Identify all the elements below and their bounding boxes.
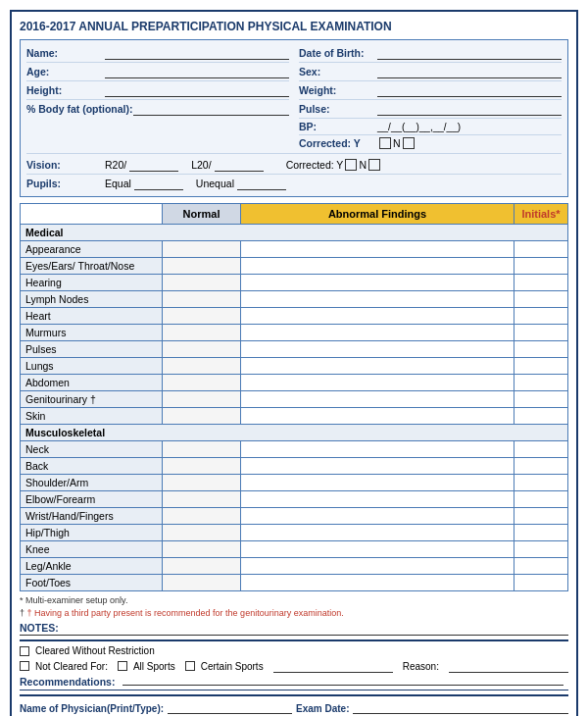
- row-initials[interactable]: [514, 308, 568, 325]
- row-abnormal[interactable]: [241, 241, 514, 258]
- row-normal[interactable]: [163, 525, 241, 541]
- bp-row: BP: __/__(__)__,__/__): [299, 119, 562, 135]
- all-sports-checkbox[interactable]: [118, 661, 127, 671]
- table-row: Leg/Ankle: [21, 558, 568, 575]
- certain-sports-checkbox[interactable]: [185, 661, 195, 671]
- row-normal[interactable]: [163, 508, 241, 525]
- row-abnormal[interactable]: [241, 441, 514, 458]
- notes-content[interactable]: [64, 621, 568, 635]
- footnote-dagger-text: † Having a third party present is recomm…: [27, 608, 344, 618]
- row-initials[interactable]: [514, 391, 568, 408]
- row-abnormal[interactable]: [241, 291, 514, 308]
- row-abnormal[interactable]: [241, 541, 514, 558]
- table-row: Elbow/Forearm: [21, 491, 568, 508]
- bodyfat-input[interactable]: [133, 102, 290, 116]
- page-title: 2016-2017 ANNUAL PREPARTICIPATION PHYSIC…: [20, 20, 568, 33]
- certain-sports-label: Certain Sports: [201, 661, 264, 672]
- row-abnormal[interactable]: [241, 275, 514, 291]
- row-initials[interactable]: [514, 341, 568, 358]
- row-normal[interactable]: [163, 258, 241, 275]
- certain-sports-line[interactable]: [273, 659, 393, 673]
- row-abnormal[interactable]: [241, 558, 514, 575]
- not-cleared-label: Not Cleared For:: [35, 661, 108, 672]
- sex-row: Sex:: [299, 63, 562, 81]
- row-initials[interactable]: [514, 325, 568, 341]
- row-abnormal[interactable]: [241, 525, 514, 541]
- row-initials[interactable]: [514, 375, 568, 391]
- row-initials[interactable]: [514, 291, 568, 308]
- row-abnormal[interactable]: [241, 491, 514, 508]
- reason-line[interactable]: [449, 659, 568, 673]
- row-initials[interactable]: [514, 358, 568, 375]
- row-abnormal[interactable]: [241, 358, 514, 375]
- row-abnormal[interactable]: [241, 475, 514, 491]
- row-initials[interactable]: [514, 558, 568, 575]
- age-input[interactable]: [105, 65, 289, 78]
- row-initials[interactable]: [514, 541, 568, 558]
- row-normal[interactable]: [163, 275, 241, 291]
- row-abnormal[interactable]: [241, 408, 514, 425]
- row-initials[interactable]: [514, 258, 568, 275]
- row-normal[interactable]: [163, 291, 241, 308]
- row-normal[interactable]: [163, 358, 241, 375]
- row-initials[interactable]: [514, 275, 568, 291]
- row-normal[interactable]: [163, 541, 241, 558]
- row-normal[interactable]: [163, 475, 241, 491]
- row-abnormal[interactable]: [241, 391, 514, 408]
- row-normal[interactable]: [163, 408, 241, 425]
- physician-name-line[interactable]: [168, 700, 292, 714]
- row-normal[interactable]: [163, 325, 241, 341]
- row-initials[interactable]: [514, 508, 568, 525]
- row-normal[interactable]: [163, 458, 241, 475]
- not-cleared-checkbox[interactable]: [20, 661, 29, 671]
- row-initials[interactable]: [514, 491, 568, 508]
- row-normal[interactable]: [163, 558, 241, 575]
- row-abnormal[interactable]: [241, 341, 514, 358]
- recommendations-line[interactable]: [122, 685, 564, 686]
- row-normal[interactable]: [163, 575, 241, 591]
- cleared-checkbox[interactable]: [20, 646, 29, 656]
- row-label: Knee: [21, 541, 163, 558]
- dob-label: Date of Birth:: [299, 47, 377, 59]
- vision-r-input[interactable]: [129, 158, 178, 172]
- row-normal[interactable]: [163, 241, 241, 258]
- row-abnormal[interactable]: [241, 458, 514, 475]
- pulse-input[interactable]: [377, 102, 562, 116]
- row-abnormal[interactable]: [241, 375, 514, 391]
- pupils-equal-label: Equal: [105, 178, 131, 189]
- row-initials[interactable]: [514, 475, 568, 491]
- row-initials[interactable]: [514, 458, 568, 475]
- name-input[interactable]: [105, 46, 289, 60]
- weight-input[interactable]: [377, 83, 562, 97]
- sex-input[interactable]: [377, 65, 562, 78]
- row-initials[interactable]: [514, 525, 568, 541]
- row-normal[interactable]: [163, 375, 241, 391]
- row-initials[interactable]: [514, 408, 568, 425]
- row-label: Foot/Toes: [21, 575, 163, 591]
- pupils-unequal-input[interactable]: [237, 177, 286, 190]
- row-initials[interactable]: [514, 441, 568, 458]
- row-abnormal[interactable]: [241, 325, 514, 341]
- table-row: Wrist/Hand/Fingers: [21, 508, 568, 525]
- row-normal[interactable]: [163, 391, 241, 408]
- row-initials[interactable]: [514, 241, 568, 258]
- row-normal[interactable]: [163, 341, 241, 358]
- row-abnormal[interactable]: [241, 308, 514, 325]
- section-header-label: Medical: [21, 225, 568, 241]
- pupils-equal-input[interactable]: [134, 177, 183, 190]
- vision-l-input[interactable]: [215, 158, 264, 172]
- pulse-label: Pulse:: [299, 103, 377, 115]
- row-normal[interactable]: [163, 441, 241, 458]
- table-row: Heart: [21, 308, 568, 325]
- row-abnormal[interactable]: [241, 258, 514, 275]
- row-normal[interactable]: [163, 308, 241, 325]
- exam-date-line[interactable]: [353, 700, 568, 714]
- row-abnormal[interactable]: [241, 508, 514, 525]
- physician-name-row: Name of Physician(Print/Type):: [20, 700, 292, 714]
- row-abnormal[interactable]: [241, 575, 514, 591]
- dob-input[interactable]: [377, 46, 562, 60]
- height-input[interactable]: [105, 83, 289, 97]
- row-normal[interactable]: [163, 491, 241, 508]
- table-row: Foot/Toes: [21, 575, 568, 591]
- row-initials[interactable]: [514, 575, 568, 591]
